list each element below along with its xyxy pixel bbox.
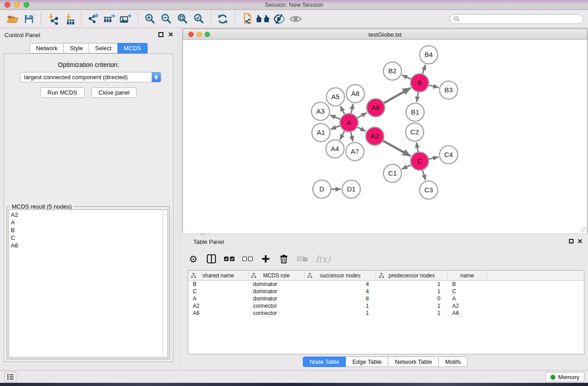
- column-header-MCDS-role[interactable]: MCDS role: [249, 271, 305, 280]
- manage-networks-button[interactable]: [239, 11, 255, 27]
- export-image-button[interactable]: [118, 11, 134, 27]
- table-cell[interactable]: 1: [376, 302, 448, 310]
- table-cell[interactable]: 4: [305, 288, 376, 295]
- unselect-all-columns-button[interactable]: [242, 253, 253, 265]
- network-window-titlebar[interactable]: testGlobe.txt: [183, 29, 587, 40]
- hide-graphics-details-button[interactable]: [271, 11, 287, 27]
- graph-edge-C-C1[interactable]: [402, 165, 411, 169]
- tab-node-table[interactable]: Node Table: [303, 357, 346, 367]
- table-row[interactable]: Cdominator41C: [188, 288, 584, 295]
- table-cell[interactable]: 1: [376, 288, 448, 295]
- table-cell[interactable]: 8: [305, 295, 376, 302]
- column-header-predecessor-nodes[interactable]: predecessor nodes: [376, 271, 448, 280]
- table-settings-button[interactable]: ⚙: [188, 253, 199, 265]
- tab-network[interactable]: Network: [29, 43, 64, 53]
- table-cell[interactable]: B: [188, 281, 249, 288]
- mcds-result-item[interactable]: A2: [11, 211, 161, 219]
- graph-edge-C-C2[interactable]: [416, 143, 418, 152]
- zoom-selected-button[interactable]: [191, 11, 207, 27]
- function-builder-button[interactable]: f(x): [316, 253, 330, 265]
- table-cell[interactable]: A: [448, 295, 487, 302]
- table-cell[interactable]: C: [448, 288, 487, 295]
- tab-mcds[interactable]: MCDS: [118, 43, 147, 53]
- mcds-result-item[interactable]: C: [11, 234, 161, 242]
- export-table-button[interactable]: [101, 11, 118, 27]
- list-scrollbar[interactable]: [163, 210, 167, 357]
- graph-edge-A-A1[interactable]: [331, 126, 340, 129]
- tab-edge-table[interactable]: Edge Table: [346, 357, 388, 367]
- graph-edge-C-C3[interactable]: [422, 170, 425, 180]
- mcds-result-list[interactable]: A2ABCA6: [9, 210, 168, 357]
- zoom-out-button[interactable]: [158, 11, 174, 27]
- graph-edge-B-B2[interactable]: [402, 75, 411, 79]
- graph-edge-A-A5[interactable]: [340, 106, 345, 114]
- table-cell[interactable]: C: [188, 288, 249, 295]
- search-field[interactable]: [449, 14, 583, 24]
- close-panel-button[interactable]: Close panel: [91, 87, 137, 98]
- network-canvas[interactable]: AA1A2A3A4A5A6A7A8BB1B2B3B4CC1C2C3C4DD1: [183, 40, 587, 233]
- column-header-shared-name[interactable]: shared name: [188, 271, 249, 280]
- run-mcds-button[interactable]: Run MCDS: [40, 87, 85, 98]
- zoom-in-button[interactable]: [142, 11, 158, 27]
- memory-button[interactable]: Memory: [545, 372, 584, 382]
- graph-edge-A-A3[interactable]: [330, 115, 340, 119]
- search-input[interactable]: [460, 16, 574, 22]
- close-table-panel-icon[interactable]: ✕: [577, 238, 583, 245]
- column-header-successor-nodes[interactable]: successor nodes: [305, 271, 376, 280]
- table-cell[interactable]: B: [448, 281, 487, 288]
- table-cell[interactable]: 1: [305, 310, 376, 317]
- table-cell[interactable]: 1: [376, 310, 448, 317]
- graph-edge-A2-C[interactable]: [383, 141, 411, 156]
- graph-edge-C-C4[interactable]: [429, 157, 439, 159]
- table-cell[interactable]: 1: [376, 281, 448, 288]
- table-cell[interactable]: 1: [305, 302, 376, 310]
- float-table-panel-icon[interactable]: [569, 239, 574, 243]
- add-column-button[interactable]: [260, 253, 271, 265]
- graph-edge-B-B1[interactable]: [416, 92, 418, 102]
- graph-edge-A-A6[interactable]: [357, 113, 367, 118]
- mcds-result-item[interactable]: A: [11, 219, 161, 226]
- zoom-fit-button[interactable]: [174, 11, 191, 27]
- node-table[interactable]: shared nameMCDS rolesuccessor nodesprede…: [188, 270, 584, 354]
- show-column-panel-button[interactable]: [206, 253, 217, 265]
- mcds-result-item[interactable]: A6: [11, 242, 161, 249]
- task-history-button[interactable]: [5, 372, 16, 382]
- table-cell[interactable]: A6: [188, 310, 249, 317]
- graph-edge-B-B4[interactable]: [422, 65, 425, 74]
- table-row[interactable]: Adominator80A: [188, 295, 584, 302]
- birds-eye-view-button[interactable]: [287, 11, 304, 27]
- import-network-button[interactable]: [45, 11, 61, 27]
- export-network-button[interactable]: [85, 11, 101, 27]
- open-session-button[interactable]: [5, 11, 21, 27]
- graph-edge-A-A4[interactable]: [340, 131, 344, 140]
- select-all-columns-button[interactable]: [224, 253, 235, 265]
- table-cell[interactable]: connector: [249, 302, 305, 310]
- save-session-button[interactable]: [21, 11, 37, 27]
- window-resize-handle[interactable]: [581, 227, 587, 232]
- import-table-button[interactable]: [61, 11, 77, 27]
- close-panel-icon[interactable]: ✕: [168, 31, 173, 38]
- table-cell[interactable]: dominator: [249, 295, 305, 302]
- table-row[interactable]: Bdominator41B: [188, 281, 584, 288]
- delete-column-button[interactable]: [278, 253, 289, 265]
- table-cell[interactable]: 0: [376, 295, 448, 302]
- table-cell[interactable]: A2: [188, 302, 249, 310]
- refresh-button[interactable]: [215, 11, 231, 27]
- table-cell[interactable]: A2: [448, 302, 487, 310]
- graph-edge-B-B3[interactable]: [429, 85, 438, 87]
- table-cell[interactable]: connector: [249, 310, 305, 317]
- tab-motifs[interactable]: Motifs: [439, 357, 468, 367]
- tab-select[interactable]: Select: [89, 43, 118, 53]
- table-row[interactable]: A6connector11A6: [188, 310, 584, 317]
- graph-edge-A-A2[interactable]: [358, 127, 366, 132]
- tab-network-table[interactable]: Network Table: [388, 357, 439, 367]
- tab-style[interactable]: Style: [64, 43, 89, 53]
- graph-edge-A-A7[interactable]: [351, 132, 353, 142]
- table-cell[interactable]: A: [188, 295, 249, 302]
- column-header-name[interactable]: name: [448, 271, 487, 280]
- graph-edge-A6-B[interactable]: [384, 88, 411, 103]
- home-button[interactable]: [255, 11, 271, 27]
- graph-edge-A-A8[interactable]: [351, 104, 353, 113]
- table-cell[interactable]: dominator: [249, 281, 305, 288]
- table-cell[interactable]: 4: [305, 281, 376, 288]
